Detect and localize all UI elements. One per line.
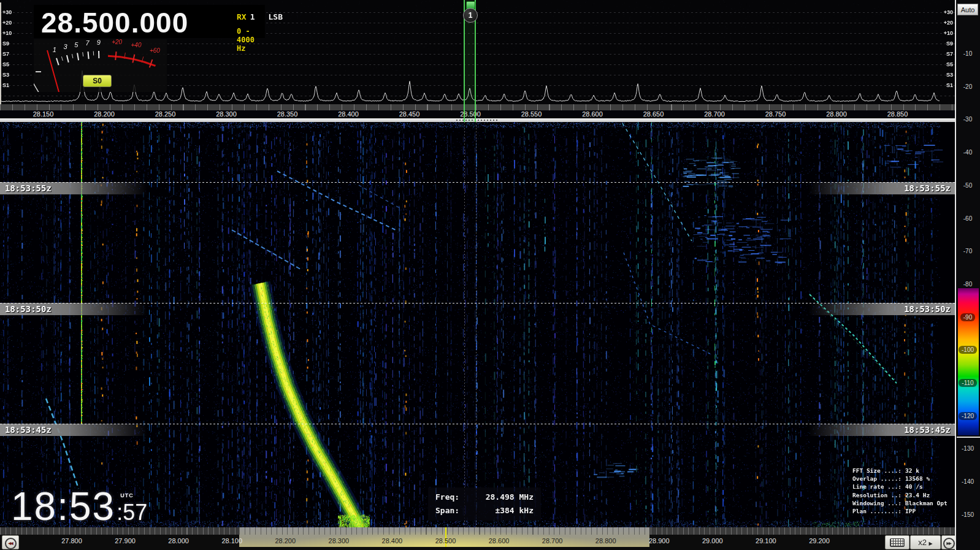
- colorbar-db-text: -20: [963, 83, 972, 90]
- colorbar-db-text: -130: [962, 445, 974, 452]
- scroll-right-button[interactable]: ▶▶: [941, 535, 956, 549]
- colorbar-db-label: -110: [955, 379, 980, 388]
- band-freq-label: 28.300: [329, 535, 350, 547]
- fft-info-row: Plan ........:IPP: [852, 507, 947, 515]
- utc-clock: 18:53UTC:57: [11, 484, 147, 529]
- fft-info-value: 23.4 Hz: [905, 492, 930, 498]
- rx-label: RX: [237, 12, 247, 21]
- keyboard-icon: [890, 538, 905, 547]
- spectrum-freq-label: 28.250: [155, 110, 176, 118]
- colorbar-db-text: -50: [963, 182, 972, 189]
- spectrum-freq-label: 28.150: [33, 110, 54, 118]
- colorbar-db-label: -130: [955, 445, 980, 453]
- spectrum-freq-label: 28.300: [216, 110, 237, 118]
- tuning-marker-badge[interactable]: 1: [463, 8, 478, 23]
- fft-info-value: 13568 %: [905, 475, 930, 482]
- spectrum-freq-label: 28.650: [643, 110, 664, 118]
- spectrum-db-label-left: S5: [2, 62, 9, 67]
- vfo-frequency[interactable]: 28.500.000: [41, 6, 188, 39]
- band-freq-label: 28.200: [275, 535, 296, 547]
- colorbar-db-label: -100: [955, 346, 980, 354]
- colorbar-db-label: -10: [955, 50, 980, 58]
- time-label: 18:53:50z: [808, 303, 955, 315]
- zoom-label: x2: [918, 538, 927, 547]
- spectrum-db-label-right: +20: [937, 20, 953, 26]
- spectrum-freq-label: 28.750: [765, 110, 786, 118]
- band-scale-bar[interactable]: 27.80027.90028.00028.10028.20028.30028.4…: [0, 527, 955, 550]
- auto-range-button[interactable]: Auto: [957, 4, 978, 15]
- spectrum-freq-label: 28.450: [399, 110, 420, 118]
- passband-label: 0 - 4000 Hz: [237, 27, 265, 53]
- fft-info-label: FFT Size ....:: [852, 467, 902, 474]
- spectrum-freq-label: 28.600: [582, 110, 603, 118]
- colorbar-db-label: -70: [955, 247, 980, 256]
- cursor-freq-label: Freq:: [435, 491, 459, 504]
- spectrum-db-label-left: S9: [2, 41, 9, 47]
- fft-info-row: Overlap .....:13568 %: [852, 475, 947, 483]
- scroll-left-button[interactable]: ◀◀: [2, 535, 19, 549]
- time-gridline: [0, 303, 955, 304]
- band-freq-label: 29.200: [809, 535, 830, 547]
- passband-width-indicator: [456, 120, 498, 121]
- colorbar-db-text: -80: [963, 281, 972, 288]
- colorbar-db-label: -20: [955, 83, 980, 91]
- svg-text:1: 1: [53, 46, 56, 53]
- time-label: 18:53:50z: [0, 303, 147, 315]
- svg-text:+20: +20: [112, 39, 122, 45]
- clock-seconds: :57: [117, 500, 147, 525]
- colorbar-db-label: -60: [955, 215, 980, 223]
- vfo-panel[interactable]: 28.500.000 RX1LSB 0 - 4000 Hz: [34, 5, 265, 38]
- zoom-button[interactable]: x2 ▶: [910, 535, 941, 549]
- colorbar-db-label: -80: [955, 280, 980, 289]
- band-freq-label: 28.700: [542, 535, 563, 547]
- time-strip-right: 18:53:45z: [808, 424, 955, 436]
- spectrum-db-label-right: S1: [937, 83, 953, 88]
- svg-text:3: 3: [63, 43, 67, 50]
- time-gridline: [0, 424, 955, 424]
- time-strip-left: 18:53:55z: [0, 182, 147, 194]
- band-freq-label: 28.500: [435, 535, 456, 547]
- colorbar-separator: [955, 0, 956, 550]
- time-strip-left: 18:53:50z: [0, 303, 147, 315]
- rewind-icon: ◀◀: [5, 538, 17, 549]
- fft-info-label: Windowing ...:: [852, 500, 902, 506]
- colorbar-db-label: -50: [955, 181, 980, 190]
- sdr-console-window: 28.500.000 RX1LSB 0 - 4000 Hz 13579+20+4…: [0, 0, 980, 550]
- colorbar-db-text: -120: [959, 412, 977, 420]
- spectrum-db-label-left: +10: [2, 31, 12, 36]
- spectrum-freq-label: 28.700: [704, 110, 725, 118]
- clock-timezone: UTC: [120, 492, 147, 498]
- svg-text:9: 9: [97, 39, 101, 46]
- mode-label[interactable]: LSB: [268, 12, 282, 21]
- colorbar-bottom-line: [957, 437, 980, 438]
- colorbar-db-text: -90: [960, 313, 975, 321]
- colorbar-db-text: -110: [959, 379, 976, 387]
- colorbar-db-text: -30: [963, 116, 972, 123]
- time-label: 18:53:45z: [0, 424, 147, 436]
- fft-info-row: Windowing ...:Blackman Opt: [852, 499, 947, 507]
- band-freq-label: 27.900: [115, 535, 136, 547]
- keyboard-entry-button[interactable]: [885, 535, 909, 549]
- svg-text:+40: +40: [131, 42, 141, 48]
- band-freq-label: 28.600: [489, 535, 510, 547]
- band-freq-label: 28.400: [382, 535, 403, 547]
- fft-info-block: FFT Size ....:32 kOverlap .....:13568 %L…: [852, 467, 947, 515]
- colorbar-db-label: -140: [955, 478, 980, 486]
- cursor-freq-value: 28.498 MHz: [486, 491, 534, 504]
- s-meter-value-badge: S0: [83, 75, 112, 87]
- band-freq-label: 28.100: [221, 535, 242, 547]
- colorbar-db-text: -10: [963, 50, 972, 57]
- time-strip-left: 18:53:45z: [0, 424, 147, 436]
- fft-info-label: Resolution ..:: [852, 492, 902, 498]
- spectrum-db-label-right: S9: [937, 41, 953, 47]
- spectrum-frequency-scale[interactable]: 28.15028.20028.25028.30028.35028.40028.4…: [0, 110, 955, 118]
- spectrum-tick-strip[interactable]: [0, 104, 955, 110]
- colorbar-db-label: -120: [955, 412, 980, 421]
- spectrum-db-label-right: +10: [937, 31, 953, 36]
- fft-info-label: Plan ........:: [852, 508, 902, 514]
- spectrum-freq-label: 28.550: [521, 110, 542, 118]
- svg-text:5: 5: [74, 41, 78, 48]
- play-arrow-icon: ▶: [929, 541, 933, 546]
- band-freq-label: 28.900: [649, 535, 670, 547]
- spectrum-db-label-right: S3: [937, 72, 953, 78]
